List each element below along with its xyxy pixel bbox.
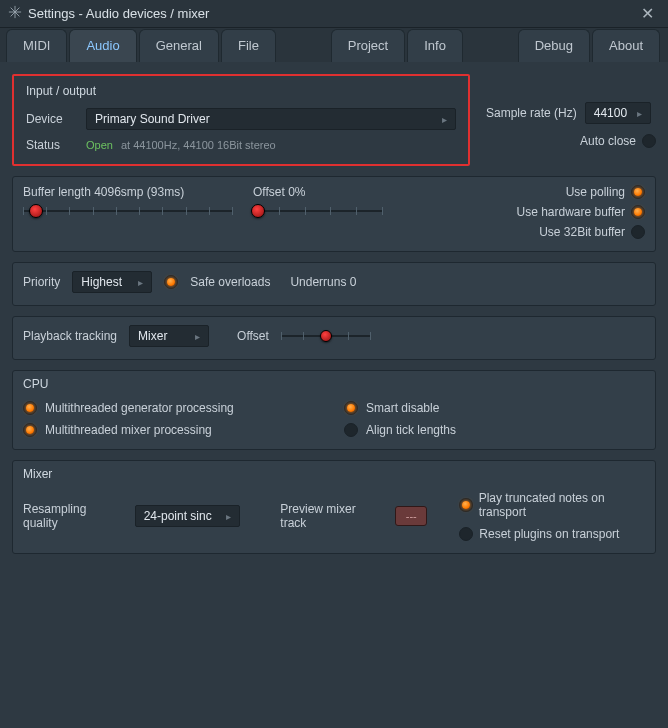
priority-dropdown[interactable]: Highest [72, 271, 152, 293]
play-truncated-toggle[interactable] [459, 498, 472, 512]
tabbar: MIDI Audio General File Project Info Deb… [0, 28, 668, 62]
buffer-offset-slider[interactable] [253, 203, 383, 219]
polling-label: Use polling [566, 185, 625, 199]
mixer-title: Mixer [23, 467, 645, 481]
sample-rate-value: 44100 [594, 106, 627, 120]
device-dropdown[interactable]: Primary Sound Driver [86, 108, 456, 130]
preview-mixer-track[interactable]: --- [395, 506, 427, 526]
b32-label: Use 32Bit buffer [539, 225, 625, 239]
reset-plugins-label: Reset plugins on transport [479, 527, 619, 541]
buffer-offset-label: Offset 0% [253, 185, 383, 199]
tab-debug[interactable]: Debug [518, 29, 590, 62]
sample-rate-label: Sample rate (Hz) [486, 106, 577, 120]
preview-value: --- [406, 510, 417, 522]
play-truncated-label: Play truncated notes on transport [479, 491, 645, 519]
device-label: Device [26, 112, 78, 126]
mixer-panel: Mixer Resampling quality 24-point sinc P… [12, 460, 656, 554]
playback-label: Playback tracking [23, 329, 117, 343]
playback-dropdown[interactable]: Mixer [129, 325, 209, 347]
tab-file[interactable]: File [221, 29, 276, 62]
safe-overloads-toggle[interactable] [164, 275, 178, 289]
reset-plugins-toggle[interactable] [459, 527, 473, 541]
titlebar: Settings - Audio devices / mixer ✕ [0, 0, 668, 28]
mt-mix-toggle[interactable] [23, 423, 37, 437]
hwbuf-label: Use hardware buffer [516, 205, 625, 219]
auto-close-label: Auto close [580, 134, 636, 148]
auto-close-toggle[interactable] [642, 134, 656, 148]
priority-panel: Priority Highest Safe overloads Underrun… [12, 262, 656, 306]
resample-dropdown[interactable]: 24-point sinc [135, 505, 241, 527]
playback-offset-slider[interactable] [281, 329, 371, 343]
buffer-panel: Buffer length 4096smp (93ms) Offset 0% U… [12, 176, 656, 252]
hwbuf-toggle[interactable] [631, 205, 645, 219]
content: Input / output Device Primary Sound Driv… [0, 62, 668, 576]
cpu-panel: CPU Multithreaded generator processing M… [12, 370, 656, 450]
align-toggle[interactable] [344, 423, 358, 437]
tab-audio[interactable]: Audio [69, 29, 136, 62]
tab-info[interactable]: Info [407, 29, 463, 62]
mt-gen-label: Multithreaded generator processing [45, 401, 234, 415]
playback-value: Mixer [138, 329, 167, 343]
status-detail: at 44100Hz, 44100 16Bit stereo [121, 139, 276, 151]
io-panel: Input / output Device Primary Sound Driv… [12, 74, 470, 166]
priority-value: Highest [81, 275, 122, 289]
buffer-length-slider[interactable] [23, 203, 233, 219]
mt-mix-label: Multithreaded mixer processing [45, 423, 212, 437]
preview-label: Preview mixer track [280, 502, 379, 530]
tab-about[interactable]: About [592, 29, 660, 62]
playback-offset-label: Offset [237, 329, 269, 343]
tab-midi[interactable]: MIDI [6, 29, 67, 62]
safe-overloads-label: Safe overloads [190, 275, 270, 289]
tab-project[interactable]: Project [331, 29, 405, 62]
device-value: Primary Sound Driver [95, 112, 210, 126]
resample-value: 24-point sinc [144, 509, 212, 523]
close-icon[interactable]: ✕ [635, 2, 660, 25]
resample-label: Resampling quality [23, 502, 119, 530]
sample-rate-dropdown[interactable]: 44100 [585, 102, 651, 124]
b32-toggle[interactable] [631, 225, 645, 239]
priority-label: Priority [23, 275, 60, 289]
settings-icon [8, 5, 22, 22]
align-label: Align tick lengths [366, 423, 456, 437]
smart-label: Smart disable [366, 401, 439, 415]
mt-gen-toggle[interactable] [23, 401, 37, 415]
smart-toggle[interactable] [344, 401, 358, 415]
playback-panel: Playback tracking Mixer Offset [12, 316, 656, 360]
window-title: Settings - Audio devices / mixer [28, 6, 635, 21]
buffer-length-label: Buffer length 4096smp (93ms) [23, 185, 233, 199]
io-title: Input / output [26, 84, 456, 98]
status-label: Status [26, 138, 78, 152]
tab-general[interactable]: General [139, 29, 219, 62]
cpu-title: CPU [23, 377, 645, 391]
polling-toggle[interactable] [631, 185, 645, 199]
underruns-label: Underruns 0 [290, 275, 356, 289]
status-open: Open [86, 139, 113, 151]
